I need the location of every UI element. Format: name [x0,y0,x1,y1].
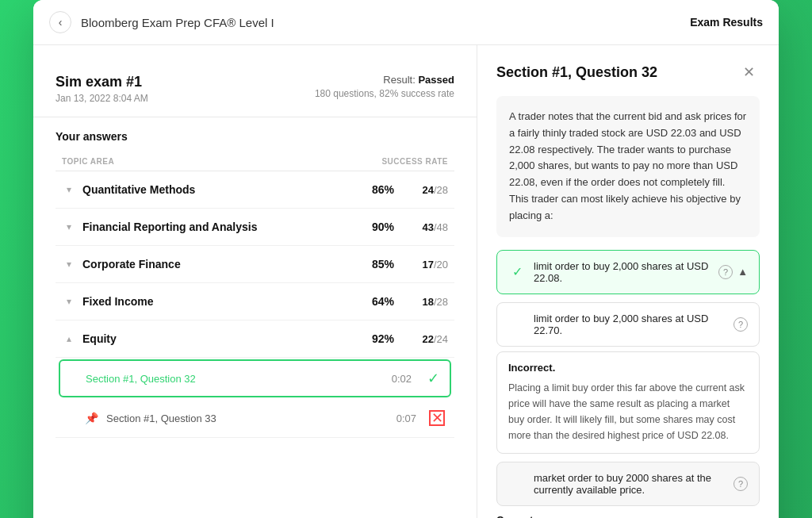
topic-score: 24/28 [407,184,448,196]
question-text: A trader notes that the current bid and … [496,96,760,237]
topic-row-fixed-income[interactable]: ▾ Fixed Income 64% 18/28 [56,283,454,320]
right-panel-title: Section #1, Question 32 [496,64,657,81]
topic-name: Fixed Income [82,295,362,308]
question-time: 0:02 [392,373,412,385]
topic-pct: 90% [362,221,394,233]
answer-option-1[interactable]: ✓ limit order to buy 2,000 shares at USD… [496,250,760,294]
chevron-down-icon: ▾ [62,294,76,309]
chevron-down-icon: ▾ [62,220,76,234]
explanation-label: Incorrect. [508,362,748,374]
topic-name: Quantitative Methods [82,183,362,196]
topic-pct: 92% [362,332,394,345]
result-detail: 180 questions, 82% success rate [315,88,454,99]
question-link: Section #1, Question 32 [86,373,392,385]
question-row-33[interactable]: 📌 Section #1, Question 33 0:07 ✕ [56,399,454,438]
topic-score: 18/28 [407,296,448,308]
back-button[interactable]: ‹ [49,11,71,33]
right-panel-header: Section #1, Question 32 ✕ [496,61,760,83]
topic-score: 17/20 [407,259,448,271]
empty-check [508,475,526,493]
answer-icons-right: ? [733,317,748,332]
checkmark-icon: ✓ [508,263,526,281]
topic-row-corporate[interactable]: ▾ Corporate Finance 85% 17/20 [56,246,454,283]
answer-text: market order to buy 2000 shares at the c… [534,472,727,496]
pin-icon: 📌 [82,409,100,427]
page-title: Exam Results [690,16,763,29]
chevron-down-icon: ▾ [62,257,76,271]
exam-date: Jan 13, 2022 8:04 AM [56,93,148,104]
brand-logo: Bloomberg Exam Prep CFA® Level I [81,16,274,29]
question-time: 0:07 [396,412,416,424]
answer-icons-right: ? ▲ [718,265,748,279]
topic-row-equity[interactable]: ▴ Equity 92% 22/24 [56,320,454,358]
chevron-up-icon: ▲ [737,266,748,278]
answers-section: Your answers TOPIC AREA SUCCESS RATE ▾ Q… [33,117,477,438]
chevron-down-icon: ▾ [62,182,76,197]
topic-name: Financial Reporting and Analysis [82,221,362,233]
back-icon: ‹ [59,16,63,29]
topic-score: 22/24 [407,333,448,345]
empty-check [508,316,526,333]
topic-row-quantitative[interactable]: ▾ Quantitative Methods 86% 24/28 [56,171,454,209]
answer-text: limit order to buy 2,000 shares at USD 2… [534,260,712,284]
close-button[interactable]: ✕ [737,61,760,83]
incorrect-status-icon: ✕ [429,410,445,426]
right-panel: Section #1, Question 32 ✕ A trader notes… [477,45,779,518]
correct-status-icon: ✓ [424,370,442,387]
explanation-box-2: Incorrect. Placing a limit buy order thi… [496,351,760,454]
answer-text: limit order to buy 2,000 shares at USD 2… [534,313,727,336]
help-icon[interactable]: ? [733,477,748,491]
topic-pct: 86% [362,183,394,196]
question-link: Section #1, Question 33 [106,412,396,424]
topic-pct: 64% [362,295,394,308]
answer-option-2[interactable]: limit order to buy 2,000 shares at USD 2… [496,302,760,347]
exam-summary: Sim exam #1 Jan 13, 2022 8:04 AM Result:… [33,58,477,117]
help-icon[interactable]: ? [718,265,733,279]
topic-name: Corporate Finance [82,258,362,271]
help-icon[interactable]: ? [733,317,748,332]
content-area: Sim exam #1 Jan 13, 2022 8:04 AM Result:… [33,45,779,518]
answer-icons-right: ? [733,477,748,491]
correct-note: Correct. [496,514,760,518]
exam-title: Sim exam #1 [56,74,148,90]
answer-option-3[interactable]: market order to buy 2000 shares at the c… [496,462,760,506]
result-label: Result: Passed [315,74,454,86]
answers-heading: Your answers [56,130,454,143]
topic-pct: 85% [362,258,394,271]
app-header: ‹ Bloomberg Exam Prep CFA® Level I Exam … [33,0,779,45]
topic-score: 43/48 [407,221,448,233]
left-panel: Sim exam #1 Jan 13, 2022 8:04 AM Result:… [33,45,477,518]
topic-name: Equity [82,332,362,345]
table-header: TOPIC AREA SUCCESS RATE [56,152,454,171]
chevron-up-icon: ▴ [62,332,76,346]
topic-row-financial[interactable]: ▾ Financial Reporting and Analysis 90% 4… [56,209,454,246]
explanation-text: Placing a limit buy order this far above… [508,380,748,443]
question-row-32[interactable]: Section #1, Question 32 0:02 ✓ [59,359,451,397]
